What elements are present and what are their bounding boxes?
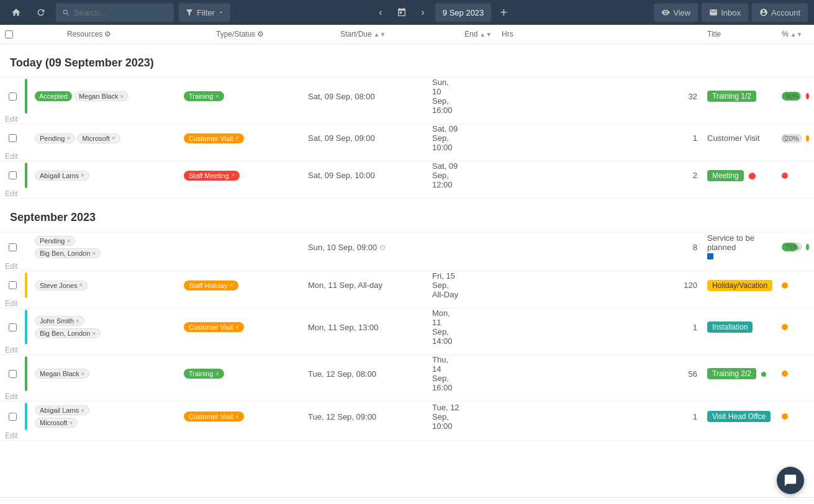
row-pct: 75% [777, 243, 814, 251]
row-checkbox[interactable] [9, 413, 17, 421]
row-type: Staff Holiday × [179, 281, 303, 290]
type-badge: Staff Meeting × [184, 171, 240, 181]
header-start-due[interactable]: Start/Due ▲▼ [335, 30, 459, 38]
type-badge: Customer Visit × [184, 322, 244, 332]
header-checkbox[interactable] [0, 30, 25, 38]
status-dot [782, 173, 788, 179]
search-input[interactable] [74, 8, 161, 17]
refresh-icon-button[interactable] [31, 2, 51, 22]
prev-date-button[interactable]: ‹ [372, 4, 389, 21]
accepted-badge: Accepted [35, 91, 72, 101]
add-date-button[interactable]: + [495, 4, 512, 21]
home-icon-button[interactable] [6, 2, 26, 22]
edit-button[interactable]: Edit [0, 189, 25, 198]
sort-pct-icon: ▲▼ [790, 31, 803, 38]
row-end: Thu, 14 Sep, 16:00 [427, 355, 464, 392]
row-hrs: 2 [464, 171, 702, 180]
title-badge: Training 1/2 [707, 91, 756, 102]
row-checkbox[interactable] [9, 281, 17, 289]
inbox-button[interactable]: Inbox [702, 3, 748, 22]
calendar-icon-button[interactable] [393, 4, 410, 21]
status-dot [806, 244, 809, 250]
filter-button[interactable]: Filter [179, 3, 230, 22]
row-bar [25, 403, 27, 430]
row-start: Sun, 10 Sep, 09:00 ⊙ [303, 243, 427, 252]
row-start: Sat, 09 Sep, 09:00 [303, 133, 427, 143]
row-title: Customer Visit [702, 133, 777, 143]
edit-button[interactable]: Edit [0, 392, 25, 401]
row-start: Mon, 11 Sep, All-day [303, 281, 427, 290]
row-title: Visit Head Offce [702, 411, 777, 422]
row-checkbox[interactable] [9, 92, 17, 101]
edit-button[interactable]: Edit [0, 346, 25, 354]
row-pct [777, 413, 814, 420]
edit-button[interactable]: Edit [0, 299, 25, 308]
edit-button[interactable]: Edit [0, 262, 25, 271]
blue-square-indicator [707, 253, 713, 259]
row-hrs: 8 [464, 243, 702, 252]
header-title: Title [702, 30, 777, 38]
title-badge: Visit Head Offce [707, 411, 771, 422]
type-badge: Customer Visit × [184, 133, 244, 143]
row-end: Tue, 12 Sep, 10:00 [427, 403, 464, 431]
next-date-button[interactable]: › [414, 4, 432, 21]
table-row: Steve Jones × Staff Holiday × Mon, 11 Se… [0, 271, 814, 308]
header-resources[interactable]: Resources ⚙ [62, 30, 211, 38]
status-dot [806, 135, 809, 142]
row-resources: Pending × Big Ben, London × [30, 232, 179, 262]
row-title: Training 2/2 [702, 368, 777, 379]
search-box[interactable] [56, 3, 174, 22]
row-resources: John Smith × Big Ben, London × [30, 312, 179, 342]
row-checkbox[interactable] [9, 243, 17, 251]
table-footer: 221 23% [0, 497, 814, 504]
table-row: John Smith × Big Ben, London × Customer … [0, 308, 814, 355]
header-pct[interactable]: % ▲▼ [777, 30, 814, 38]
row-pct: 90% [777, 92, 814, 101]
account-button[interactable]: Account [752, 3, 808, 22]
row-end: Sat, 09 Sep, 10:00 [427, 124, 464, 152]
edit-button[interactable]: Edit [0, 431, 25, 440]
progress-bar: 20% [782, 134, 802, 143]
edit-button[interactable]: Edit [0, 115, 25, 124]
row-start: Tue, 12 Sep, 09:00 [303, 412, 427, 421]
row-type: Training × [179, 91, 303, 101]
resource-tag: John Smith × [35, 316, 84, 326]
title-badge: Training 2/2 [707, 368, 756, 379]
view-label: View [673, 8, 690, 17]
row-bar [25, 79, 27, 114]
type-badge: Training × [184, 369, 224, 379]
row-hrs: 1 [464, 323, 702, 332]
main-content: Today (09 September 2023) Accepted Megan… [0, 44, 814, 497]
title-badge: Installation [707, 322, 753, 333]
chat-bubble-button[interactable] [777, 467, 804, 494]
row-title: Meeting 🔴 [702, 170, 777, 181]
row-checkbox[interactable] [9, 171, 17, 179]
row-type: Customer Visit × [179, 322, 303, 332]
section-september-header: September 2023 [0, 199, 814, 232]
row-hrs: 56 [464, 369, 702, 379]
row-checkbox[interactable] [9, 134, 17, 142]
select-all-checkbox[interactable] [5, 30, 13, 38]
row-title: Holiday/Vacation [702, 280, 777, 291]
row-checkbox[interactable] [9, 323, 17, 331]
row-start: Tue, 12 Sep, 08:00 [303, 369, 427, 379]
progress-bar: 75% [782, 243, 802, 251]
resource-tag: Abigail Lams × [35, 405, 89, 415]
row-hrs: 120 [464, 281, 702, 290]
header-hrs: Hrs [497, 30, 702, 38]
header-end[interactable]: End ▲▼ [459, 30, 497, 38]
row-bar [25, 310, 27, 344]
resource-tag: Abigail Lams × [35, 171, 89, 181]
progress-indicator [761, 372, 766, 377]
header-type-status[interactable]: Type/Status ⚙ [211, 30, 335, 38]
view-button[interactable]: View [654, 3, 698, 22]
row-bar [25, 272, 27, 298]
row-resources: Pending × Microsoft × [30, 130, 179, 147]
clock-icon: ⊙ [379, 243, 386, 252]
row-end: Mon, 11 Sep, 14:00 [427, 308, 464, 346]
row-checkbox[interactable] [9, 370, 17, 378]
edit-button[interactable]: Edit [0, 152, 25, 161]
row-start: Mon, 11 Sep, 13:00 [303, 323, 427, 332]
progress-bar: 90% [782, 92, 802, 101]
resource-tag: Megan Black × [35, 369, 89, 379]
